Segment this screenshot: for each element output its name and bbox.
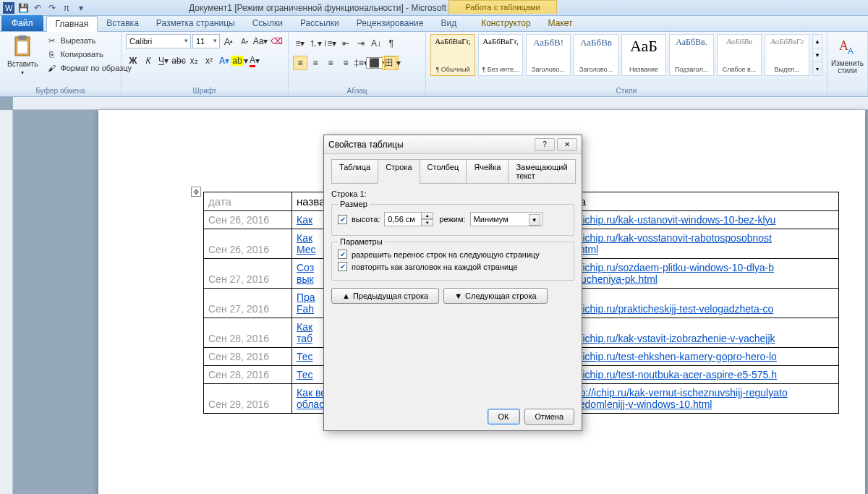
group-styles: АаБбВвГг,¶ ОбычныйАаБбВвГг,¶ Без инте...… <box>426 32 827 96</box>
next-row-button[interactable]: ▼Следующая строка <box>443 288 547 304</box>
height-checkbox[interactable]: ✔ <box>338 215 347 224</box>
copy-icon: ⎘ <box>46 48 57 60</box>
tab-review[interactable]: Рецензирование <box>348 15 433 31</box>
size-legend: Размер <box>338 200 370 208</box>
grow-font-icon[interactable]: A▴ <box>221 34 236 48</box>
style-item[interactable]: АаБбВвЗаголово... <box>574 34 618 76</box>
style-item[interactable]: АаБбВвГг,¶ Без инте... <box>478 34 523 76</box>
dlg-tab-alt[interactable]: Замещающий текст <box>508 159 575 184</box>
dlg-tab-table[interactable]: Таблица <box>331 159 378 184</box>
allow-break-label: разрешить перенос строк на следующую стр… <box>352 250 540 259</box>
indent-dec-icon[interactable]: ⇤ <box>339 36 353 51</box>
font-size-combo[interactable]: 11 <box>192 34 220 48</box>
align-center-icon[interactable]: ≡ <box>308 56 323 70</box>
cut-button[interactable]: ✂Вырезать <box>43 34 134 47</box>
table-anchor-icon[interactable]: ✥ <box>191 187 201 197</box>
show-marks-icon[interactable]: ¶ <box>384 36 399 51</box>
dialog-tabs: Таблица Строка Столбец Ячейка Замещающий… <box>331 158 574 184</box>
col-link[interactable]: лка <box>564 192 839 211</box>
cancel-button[interactable]: Отмена <box>524 409 574 425</box>
spin-down-icon[interactable]: ▼ <box>422 219 433 226</box>
mode-select[interactable]: Минимум▼ <box>470 212 542 226</box>
dlg-tab-row[interactable]: Строка <box>378 159 420 184</box>
dlg-tab-column[interactable]: Столбец <box>420 159 467 184</box>
style-item[interactable]: АаБбВвСлабое в... <box>717 34 762 76</box>
bullets-icon[interactable]: ≡▾ <box>293 36 307 51</box>
indent-inc-icon[interactable]: ⇥ <box>354 36 368 51</box>
undo-icon[interactable]: ↶ <box>31 1 44 14</box>
tab-home[interactable]: Главная <box>46 16 98 32</box>
paste-button[interactable]: Вставить ▾ <box>4 34 41 77</box>
change-styles-button[interactable]: AA Изменить стили <box>832 34 863 76</box>
help-button[interactable]: ? <box>535 138 555 151</box>
style-item[interactable]: АаБбВв.Подзагол... <box>669 34 714 76</box>
height-input[interactable] <box>384 212 422 226</box>
pi-icon[interactable]: π <box>60 1 73 14</box>
ok-button[interactable]: ОК <box>488 409 520 425</box>
style-item[interactable]: АаБбВвГг,¶ Обычный <box>430 34 475 76</box>
svg-text:W: W <box>5 4 13 12</box>
style-item[interactable]: АаБНазвание <box>621 34 666 76</box>
borders-icon[interactable]: 田▾ <box>384 56 399 70</box>
tab-mailings[interactable]: Рассылки <box>292 15 348 31</box>
save-icon[interactable]: 💾 <box>17 1 30 14</box>
table-tools-context: Работа с таблицами <box>448 0 557 29</box>
styles-more[interactable]: ▲▼▾ <box>812 34 822 76</box>
numbering-icon[interactable]: ⒈▾ <box>308 36 323 51</box>
mode-label: режим: <box>439 215 465 223</box>
font-color-icon[interactable]: A▾ <box>247 54 262 68</box>
style-item[interactable]: АаБбВвГгВыдел... <box>765 34 809 76</box>
font-name-combo[interactable]: Calibri <box>126 34 191 48</box>
change-case-icon[interactable]: Aa▾ <box>253 34 268 48</box>
quick-access-toolbar: W 💾 ↶ ↷ π ▾ <box>2 1 88 14</box>
qat-more-icon[interactable]: ▾ <box>75 1 88 14</box>
multilevel-icon[interactable]: ⁞≡▾ <box>323 36 338 51</box>
height-spinner[interactable]: ▲▼ <box>384 212 435 226</box>
copy-button[interactable]: ⎘Копировать <box>43 48 134 61</box>
dlg-tab-cell[interactable]: Ячейка <box>466 159 509 184</box>
underline-button[interactable]: Ч▾ <box>156 54 171 68</box>
subscript-button[interactable]: x₂ <box>187 54 201 68</box>
svg-rect-4 <box>17 41 27 54</box>
dialog-titlebar[interactable]: Свойства таблицы ? ✕ <box>324 135 582 154</box>
col-date[interactable]: дата <box>204 192 292 211</box>
tab-insert[interactable]: Вставка <box>98 15 148 31</box>
prev-row-button[interactable]: ▲Предыдущая строка <box>331 288 439 304</box>
shading-icon[interactable]: ⬛▾ <box>369 56 383 70</box>
spin-up-icon[interactable]: ▲ <box>422 212 433 219</box>
table-properties-dialog: Свойства таблицы ? ✕ Таблица Строка Стол… <box>323 135 582 431</box>
change-styles-icon: AA <box>836 35 859 59</box>
align-right-icon[interactable]: ≡ <box>323 56 338 70</box>
window-title: Документ1 [Режим ограниченной функционал… <box>189 3 469 13</box>
strike-button[interactable]: abc <box>171 54 186 68</box>
ruler-horizontal[interactable] <box>13 97 868 110</box>
superscript-button[interactable]: x² <box>202 54 216 68</box>
italic-button[interactable]: К <box>141 54 156 68</box>
highlight-icon[interactable]: ab▾ <box>232 54 247 68</box>
close-button[interactable]: ✕ <box>557 138 577 151</box>
align-left-icon[interactable]: ≡ <box>293 56 307 70</box>
word-icon: W <box>2 1 15 14</box>
shrink-font-icon[interactable]: A▾ <box>237 34 252 48</box>
clear-format-icon[interactable]: ⌫ <box>269 34 284 48</box>
tab-file[interactable]: Файл <box>1 15 43 31</box>
align-justify-icon[interactable]: ≡ <box>339 56 353 70</box>
triangle-up-icon: ▲ <box>342 291 350 300</box>
styles-gallery[interactable]: АаБбВвГг,¶ ОбычныйАаБбВвГг,¶ Без инте...… <box>430 34 822 85</box>
repeat-header-checkbox[interactable]: ✔ <box>338 262 347 271</box>
text-effects-icon[interactable]: A▾ <box>217 54 231 68</box>
tab-page-layout[interactable]: Разметка страницы <box>148 15 244 31</box>
row-indicator: Строка 1: <box>331 189 574 198</box>
scissors-icon: ✂ <box>46 35 57 46</box>
tab-references[interactable]: Ссылки <box>244 15 292 31</box>
change-styles-label: Изменить стили <box>831 60 864 74</box>
params-frame: Параметры ✔разрешить перенос строк на сл… <box>331 242 574 281</box>
ruler-vertical[interactable] <box>0 110 13 494</box>
style-item[interactable]: АаБбВ!Заголово... <box>526 34 571 76</box>
format-painter-button[interactable]: 🖌Формат по образцу <box>43 61 134 74</box>
allow-break-checkbox[interactable]: ✔ <box>338 250 347 259</box>
redo-icon[interactable]: ↷ <box>46 1 59 14</box>
group-paragraph: ≡▾ ⒈▾ ⁞≡▾ ⇤ ⇥ A↓ ¶ ≡ ≡ ≡ ≡ ‡≡▾ ⬛▾ 田▾ Абз… <box>289 32 426 96</box>
bold-button[interactable]: Ж <box>126 54 140 68</box>
sort-icon[interactable]: A↓ <box>369 36 383 51</box>
